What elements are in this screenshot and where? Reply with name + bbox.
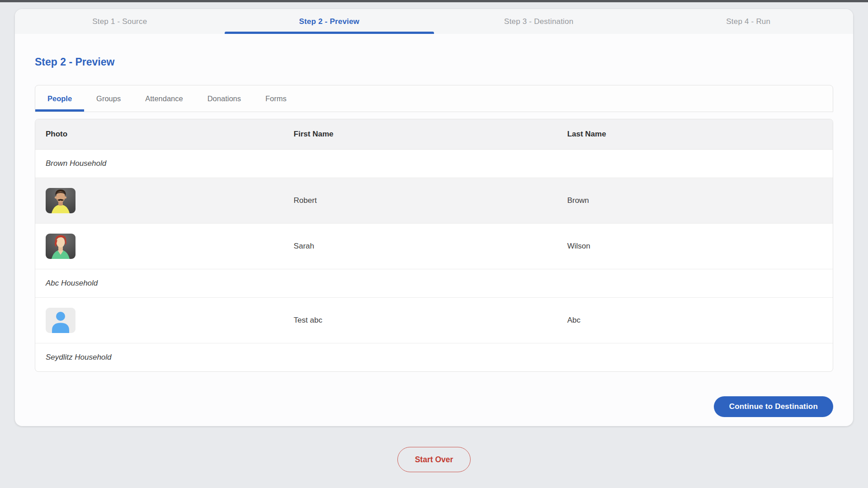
column-header-photo: Photo	[35, 119, 283, 150]
tab-label: Forms	[265, 94, 287, 103]
wizard-step-4[interactable]: Step 4 - Run	[644, 9, 854, 34]
avatar-man-mustache	[46, 188, 75, 213]
tab-forms[interactable]: Forms	[253, 85, 299, 112]
column-header-last-name: Last Name	[557, 119, 833, 150]
person-first-name: Sarah	[283, 224, 557, 269]
tab-label: People	[47, 94, 72, 103]
household-name: Brown Household	[35, 150, 833, 178]
person-row[interactable]: RobertBrown	[35, 178, 833, 224]
household-header-row: Seydlitz Household	[35, 343, 833, 372]
active-step-indicator	[225, 32, 434, 34]
tab-attendance[interactable]: Attendance	[133, 85, 195, 112]
person-first-name: Test abc	[283, 298, 557, 343]
tab-label: Attendance	[145, 94, 183, 103]
tab-donations[interactable]: Donations	[195, 85, 253, 112]
person-last-name: Brown	[557, 178, 833, 224]
person-row[interactable]: SarahWilson	[35, 224, 833, 269]
wizard-step-label: Step 1 - Source	[92, 17, 147, 26]
person-photo-cell	[35, 224, 283, 269]
person-row[interactable]: Test abcAbc	[35, 298, 833, 343]
tab-label: Groups	[96, 94, 121, 103]
wizard-step-3[interactable]: Step 3 - Destination	[434, 9, 644, 34]
avatar-woman-red-hair	[46, 234, 75, 259]
page-title: Step 2 - Preview	[35, 56, 853, 68]
preview-table: Photo First Name Last Name Brown Househo…	[35, 119, 833, 371]
wizard-stepper: Step 1 - SourceStep 2 - PreviewStep 3 - …	[15, 9, 853, 34]
start-over-bar: Start Over	[0, 447, 868, 472]
person-last-name: Wilson	[557, 224, 833, 269]
active-tab-indicator	[35, 109, 84, 112]
actions-bar: Continue to Destination	[35, 396, 833, 417]
household-header-row: Brown Household	[35, 150, 833, 178]
preview-table-container: Photo First Name Last Name Brown Househo…	[35, 119, 833, 372]
tab-people[interactable]: People	[35, 85, 84, 112]
tab-label: Donations	[208, 94, 241, 103]
tab-groups[interactable]: Groups	[84, 85, 133, 112]
wizard-step-1[interactable]: Step 1 - Source	[15, 9, 225, 34]
household-header-row: Abc Household	[35, 269, 833, 298]
person-last-name: Abc	[557, 298, 833, 343]
household-name: Abc Household	[35, 269, 833, 298]
wizard-step-label: Step 4 - Run	[726, 17, 770, 26]
wizard-step-label: Step 3 - Destination	[504, 17, 573, 26]
continue-to-destination-button[interactable]: Continue to Destination	[714, 396, 833, 417]
wizard-card: Step 1 - SourceStep 2 - PreviewStep 3 - …	[15, 9, 853, 426]
wizard-step-2[interactable]: Step 2 - Preview	[225, 9, 434, 34]
table-header-row: Photo First Name Last Name	[35, 119, 833, 150]
start-over-button[interactable]: Start Over	[397, 447, 471, 472]
wizard-step-label: Step 2 - Preview	[299, 17, 359, 26]
person-photo-cell	[35, 298, 283, 343]
avatar-generic-person	[46, 308, 75, 333]
column-header-first-name: First Name	[283, 119, 557, 150]
household-name: Seydlitz Household	[35, 343, 833, 372]
browser-top-strip	[0, 0, 868, 2]
person-first-name: Robert	[283, 178, 557, 224]
person-photo-cell	[35, 178, 283, 224]
preview-tab-strip: PeopleGroupsAttendanceDonationsForms	[35, 85, 833, 112]
